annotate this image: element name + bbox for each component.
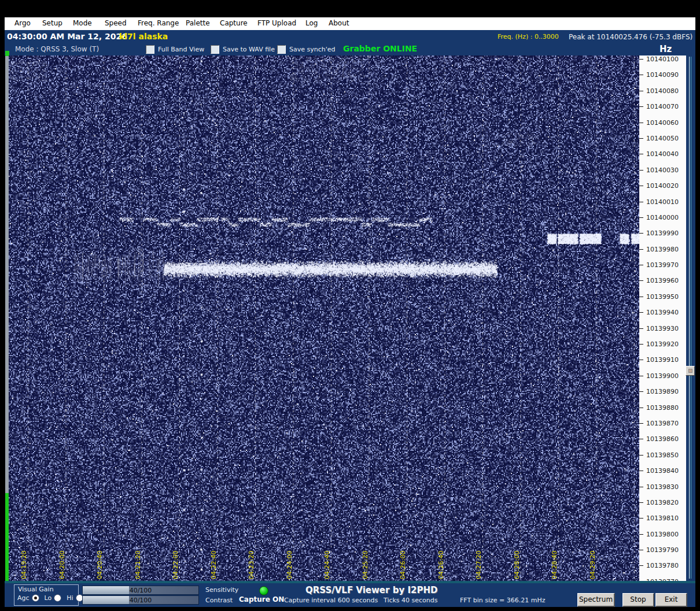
- freq-tick-mark: [639, 297, 643, 297]
- checkbox-save-synch-ed[interactable]: [277, 45, 286, 54]
- menu-item-freq-range[interactable]: Freq. Range: [138, 19, 179, 27]
- stop-button[interactable]: Stop: [622, 593, 654, 607]
- visual-gain-group: Visual Gain AgcLoHi: [14, 584, 79, 606]
- freq-tick-mark: [639, 170, 643, 171]
- freq-tick-mark: [639, 59, 643, 60]
- freq-axis-row: 10139960: [639, 277, 686, 285]
- freq-axis-row: 10139910: [639, 356, 686, 364]
- freq-axis-row: 10139780: [639, 562, 686, 570]
- freq-axis-label: 10140020: [646, 182, 679, 190]
- contrast-slider[interactable]: 40/100: [82, 595, 199, 605]
- exit-button[interactable]: Exit: [655, 593, 687, 607]
- freq-axis-label: 10139900: [646, 372, 679, 380]
- menu-item-capture[interactable]: Capture: [220, 19, 248, 27]
- freq-axis-label: 10139920: [646, 340, 679, 348]
- freq-axis-label: 10139910: [646, 356, 679, 364]
- freq-axis-label: 10139800: [646, 531, 679, 538]
- fft-bin-info: FFT bin size = 366.21 mHz: [460, 597, 545, 604]
- freq-axis-label: 10139820: [646, 499, 679, 506]
- status-row-mode: Mode : QRSS 3, Slow (T) Full Band ViewSa…: [5, 43, 695, 55]
- menu-item-palette[interactable]: Palette: [186, 19, 210, 27]
- visual-gain-options: AgcLoHi: [17, 594, 83, 602]
- freq-tick-mark: [639, 91, 643, 91]
- checkbox-full-band-view[interactable]: [146, 45, 154, 54]
- menu-item-setup[interactable]: Setup: [42, 19, 62, 27]
- freq-axis-label: 10139890: [646, 388, 679, 395]
- mode-label: Mode : QRSS 3, Slow (T): [15, 45, 99, 53]
- freq-axis-row: 10140100: [639, 55, 686, 64]
- status-row-datetime: 04:30:00 AM Mar 12, 2026 kl7l alaska Fre…: [5, 30, 695, 43]
- callsign-label: kl7l alaska: [119, 32, 168, 41]
- freq-tick-mark: [639, 487, 643, 487]
- menu-item-about[interactable]: About: [329, 19, 349, 27]
- freq-tick-mark: [639, 280, 643, 281]
- freq-axis-label: 10139870: [646, 420, 679, 427]
- freq-axis-label: 10140010: [646, 198, 679, 206]
- freq-axis-label: 10139790: [646, 546, 679, 554]
- checkbox-label: Save to WAV file: [223, 46, 275, 53]
- freq-tick-mark: [639, 534, 643, 535]
- freq-tick-mark: [639, 249, 643, 250]
- checkbox-item: Full Band View: [146, 45, 204, 54]
- visual-gain-title: Visual Gain: [18, 586, 54, 593]
- freq-scroll-thumb[interactable]: [686, 366, 695, 376]
- freq-axis-label: 10139830: [646, 483, 679, 491]
- freq-tick-mark: [639, 502, 643, 503]
- freq-axis-row: 10140030: [639, 166, 686, 175]
- menu-item-speed[interactable]: Speed: [105, 19, 127, 27]
- radio-label: Hi: [67, 594, 73, 602]
- freq-axis-label: 10139950: [646, 293, 679, 301]
- freq-axis: 1014010010140090101400801014007010140060…: [639, 55, 686, 581]
- capture-state: Capture ON: [239, 595, 284, 603]
- freq-tick-mark: [639, 138, 643, 139]
- freq-tick-mark: [639, 75, 643, 75]
- sensitivity-label: Sensitivity: [205, 586, 238, 594]
- radio-option-hi: Hi: [67, 594, 83, 602]
- radio-lo[interactable]: [54, 594, 61, 602]
- menu-item-mode[interactable]: Mode: [73, 19, 92, 27]
- freq-tick-mark: [639, 328, 643, 329]
- freq-tick-mark: [639, 423, 643, 424]
- freq-axis-row: 10139950: [639, 293, 686, 301]
- ticks-info: Ticks 40 seconds: [384, 597, 438, 604]
- freq-axis-label: 10139980: [646, 246, 679, 253]
- freq-axis-label: 10140040: [646, 150, 679, 158]
- freq-axis-row: 10139870: [639, 420, 686, 428]
- radio-agc[interactable]: [32, 594, 39, 602]
- freq-tick-mark: [639, 518, 643, 519]
- argo-app-window: { "menu": { "items": ["Argo","Setup","Mo…: [0, 0, 700, 611]
- freq-axis-row: 10139920: [639, 340, 686, 349]
- checkbox-save-to-wav-file[interactable]: [211, 45, 219, 54]
- freq-axis-label: 10139860: [646, 435, 679, 443]
- contrast-label: Contrast: [205, 597, 233, 604]
- bottom-bar: Visual Gain AgcLoHi 40/100 40/100 Sensit…: [5, 583, 695, 607]
- menu-item-argo[interactable]: Argo: [14, 19, 31, 27]
- freq-tick-mark: [639, 376, 643, 376]
- freq-axis-row: 10139990: [639, 229, 686, 238]
- freq-tick-mark: [639, 360, 643, 360]
- freq-axis-row: 10140040: [639, 150, 686, 158]
- freq-axis-label: 10140000: [646, 214, 679, 221]
- sensitivity-slider[interactable]: 40/100: [82, 586, 199, 595]
- checkbox-label: Full Band View: [158, 46, 204, 53]
- freq-axis-row: 10139790: [639, 546, 686, 554]
- freq-axis-row: 10139850: [639, 451, 686, 460]
- capture-interval-info: Capture interval 600 seconds: [284, 597, 378, 604]
- radio-label: Lo: [45, 594, 52, 602]
- freq-scroll-track-line-shadow: [691, 57, 691, 579]
- menu-item-ftp-upload[interactable]: FTP Upload: [257, 19, 296, 27]
- freq-tick-mark: [639, 217, 643, 218]
- spectrum-button[interactable]: Spectrum: [577, 593, 615, 607]
- freq-axis-label: 10139990: [646, 229, 679, 237]
- freq-axis-label: 10139930: [646, 325, 679, 332]
- freq-axis-row: 10139860: [639, 435, 686, 443]
- grabber-status: Grabber ONLINE: [343, 44, 417, 53]
- waterfall-spectrogram[interactable]: [9, 55, 639, 581]
- menu-item-log[interactable]: Log: [305, 19, 318, 27]
- freq-axis-label: 10140070: [646, 103, 679, 110]
- freq-tick-mark: [639, 202, 643, 202]
- freq-axis-row: 10139820: [639, 499, 686, 507]
- menu-bar: ArgoSetupModeSpeedFreq. RangePaletteCapt…: [5, 17, 695, 30]
- freq-axis-row: 10139970: [639, 261, 686, 269]
- freq-tick-mark: [639, 154, 643, 154]
